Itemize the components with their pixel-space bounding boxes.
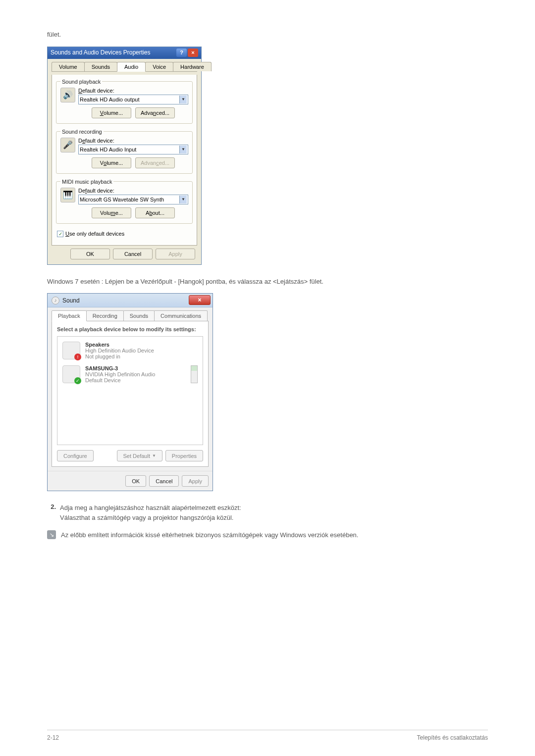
midi-device-select[interactable]: Microsoft GS Wavetable SW Synth ▼ <box>78 195 188 204</box>
step-line2: Választhat a számítógép vagy a projektor… <box>60 513 488 523</box>
legend-recording: Sound recording <box>60 129 104 135</box>
playback-default-label: Default device: <box>78 88 188 94</box>
xp-dialog-actions: OK Cancel Apply <box>52 246 197 260</box>
recording-volume-button[interactable]: Volume... <box>92 157 131 168</box>
apply-button: Apply <box>156 249 195 259</box>
chevron-down-icon: ▼ <box>152 454 156 458</box>
note-text: Az előbb említett információk kissé elté… <box>61 530 488 540</box>
check-badge-icon: ✓ <box>74 377 81 384</box>
page-footer: 2-12 Telepítés és csatlakoztatás <box>47 730 488 741</box>
midi-default-label: Default device: <box>78 188 188 194</box>
xp-titlebar-buttons: ? × <box>176 49 199 57</box>
properties-button[interactable]: Properties <box>165 450 203 461</box>
microphone-icon: 🎤 <box>60 138 75 152</box>
cancel-button[interactable]: Cancel <box>113 249 153 259</box>
midi-volume-button[interactable]: Volume... <box>92 207 131 218</box>
playback-device-value: Realtek HD Audio output <box>80 97 139 102</box>
group-sound-recording: Sound recording 🎤 Default device: Realte… <box>56 129 193 174</box>
group-sound-playback: Sound playback 🔊 Default device: Realtek… <box>56 79 193 124</box>
w7-dialog-actions: OK Cancel Apply <box>48 471 213 491</box>
chevron-down-icon: ▼ <box>179 196 187 203</box>
midi-about-button[interactable]: About... <box>135 207 175 218</box>
tab-playback[interactable]: Playback <box>52 310 87 321</box>
configure-button[interactable]: Configure <box>57 450 94 461</box>
device-status: Not plugged in <box>85 353 198 359</box>
tab-sounds[interactable]: Sounds <box>123 310 155 321</box>
recording-device-select[interactable]: Realtek HD Audio Input ▼ <box>78 145 188 154</box>
set-default-button[interactable]: Set Default▼ <box>117 450 162 461</box>
legend-playback: Sound playback <box>60 79 102 85</box>
level-meter-icon <box>191 365 198 383</box>
recording-advanced-button: Advanced... <box>135 157 175 168</box>
monitor-device-icon: ✓ <box>62 365 80 383</box>
page-number: 2-12 <box>47 734 59 741</box>
win7-instruction-text: Windows 7 esetén : Lépjen be a Vezérlőpu… <box>47 277 488 287</box>
apply-button: Apply <box>182 475 209 487</box>
midi-device-value: Microsoft GS Wavetable SW Synth <box>80 197 164 202</box>
chevron-down-icon: ▼ <box>179 146 187 153</box>
w7-window-title: Sound <box>62 297 80 304</box>
step-line1: Adja meg a hanglejátszáshoz használt ala… <box>60 503 488 513</box>
w7-instruction: Select a playback device below to modify… <box>57 326 203 332</box>
section-title: Telepítés és csatlakoztatás <box>417 734 488 741</box>
cancel-button[interactable]: Cancel <box>149 475 179 487</box>
error-badge-icon: ! <box>74 353 81 360</box>
ok-button[interactable]: OK <box>125 475 146 487</box>
playback-device-select[interactable]: Realtek HD Audio output ▼ <box>78 95 188 104</box>
speaker-device-icon: ! <box>62 342 80 359</box>
speaker-icon: 🔊 <box>60 88 75 102</box>
note-icon <box>47 530 56 539</box>
recording-default-label: Default device: <box>78 138 188 144</box>
w7-titlebar: ♪ Sound × <box>48 294 213 307</box>
device-item-samsung[interactable]: ✓ SAMSUNG-3 NVIDIA High Definition Audio… <box>59 362 201 386</box>
recording-device-value: Realtek HD Audio Input <box>80 147 136 152</box>
tab-recording[interactable]: Recording <box>86 310 124 321</box>
use-default-devices-row[interactable]: ✓ Use only default devices <box>56 229 193 241</box>
sound-icon: ♪ <box>52 297 59 304</box>
step-number: 2. <box>47 503 56 522</box>
legend-midi: MIDI music playback <box>60 179 113 185</box>
note-row: Az előbb említett információk kissé elté… <box>47 530 488 540</box>
tab-voice[interactable]: Voice <box>145 62 173 71</box>
close-icon[interactable]: × <box>188 49 198 57</box>
device-sub: NVIDIA High Definition Audio <box>85 371 198 377</box>
device-sub: High Definition Audio Device <box>85 348 198 353</box>
tab-volume[interactable]: Volume <box>52 62 85 71</box>
tab-hardware[interactable]: Hardware <box>173 62 212 71</box>
tab-communications[interactable]: Communications <box>154 310 208 321</box>
device-item-speakers[interactable]: ! Speakers High Definition Audio Device … <box>59 339 201 362</box>
win7-sound-dialog: ♪ Sound × Playback Recording Sounds Comm… <box>47 293 213 491</box>
device-name: SAMSUNG-3 <box>85 365 198 371</box>
playback-advanced-button[interactable]: Advanced... <box>135 107 175 118</box>
use-default-label: Use only default devices <box>65 231 124 237</box>
playback-volume-button[interactable]: Volume... <box>92 107 131 118</box>
ok-button[interactable]: OK <box>70 249 110 259</box>
device-name: Speakers <box>85 342 198 348</box>
device-list[interactable]: ! Speakers High Definition Audio Device … <box>57 336 203 445</box>
help-icon[interactable]: ? <box>176 49 187 57</box>
step-2: 2. Adja meg a hanglejátszáshoz használt … <box>47 503 488 522</box>
group-midi-playback: MIDI music playback 🎹 Default device: Mi… <box>56 179 193 224</box>
close-icon[interactable]: × <box>189 295 211 305</box>
tab-audio[interactable]: Audio <box>117 62 146 72</box>
w7-tabs: Playback Recording Sounds Communications <box>52 310 209 321</box>
xp-titlebar: Sounds and Audio Devices Properties ? × <box>48 47 201 59</box>
xp-audio-dialog: Sounds and Audio Devices Properties ? × … <box>47 47 202 265</box>
intro-text: fület. <box>47 30 488 40</box>
xp-tabs: Volume Sounds Audio Voice Hardware <box>52 62 197 72</box>
tab-sounds[interactable]: Sounds <box>84 62 117 71</box>
chevron-down-icon: ▼ <box>179 96 187 103</box>
use-default-checkbox[interactable]: ✓ <box>57 231 63 237</box>
device-status: Default Device <box>85 377 198 383</box>
xp-window-title: Sounds and Audio Devices Properties <box>51 49 150 56</box>
midi-icon: 🎹 <box>60 188 75 202</box>
